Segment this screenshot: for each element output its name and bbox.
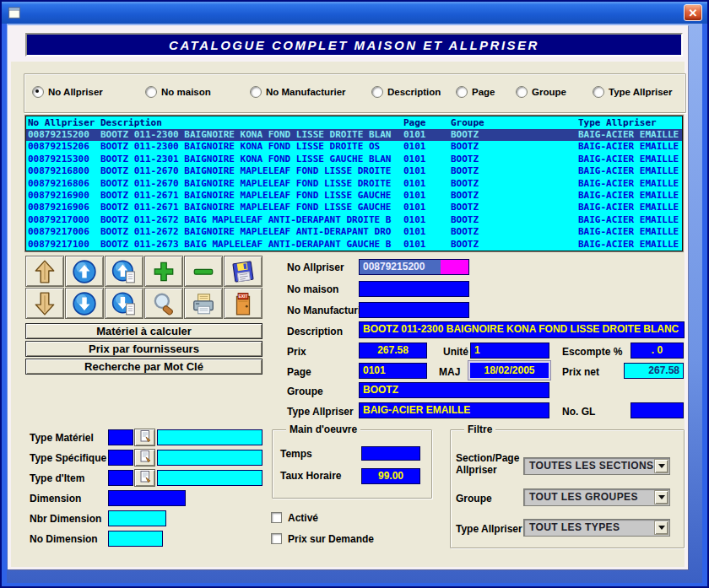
escompte-field[interactable]: . 0 [631,343,684,359]
search-option-no-allpriser[interactable]: No Allpriser [32,86,103,98]
dropdown-arrow-icon[interactable] [654,459,668,473]
record-up-icon [72,259,97,284]
save-button[interactable] [224,256,262,287]
record-down-button[interactable] [65,288,104,319]
grid-row[interactable]: 00879217006BOOTZ 011-2672 BAIGNOIRE MAPL… [26,226,682,238]
escompte-label: Escompte % [562,346,622,358]
grid-row[interactable]: 00879216806BOOTZ 011-2670 BAIGNOIRE MAPL… [26,178,682,190]
filter-groupe-label: Groupe [456,493,492,504]
record-down-page-button[interactable] [105,288,143,319]
print-button[interactable] [184,288,223,319]
delete-icon [191,259,216,284]
prix-sur-demande-checkbox[interactable] [271,533,282,544]
unite-field[interactable]: 1 [470,343,549,359]
page-field[interactable]: 0101 [359,363,427,379]
browse-icon [138,450,152,467]
no-manufacturier-field[interactable] [359,302,469,318]
search-option-type-allpriser[interactable]: Type Allpriser [593,86,672,98]
exit-button[interactable]: EXIT [224,288,262,319]
record-up-button[interactable] [65,256,104,287]
record-up-page-icon [111,259,137,284]
grid-cell: BAIG-ACIER EMAILLE [576,226,682,238]
search-option-no-manufacturier[interactable]: No Manufacturier [250,86,346,98]
grid-cell: 0101 [402,141,449,153]
taux-horaire-field[interactable]: 99.00 [361,468,420,484]
grid-row[interactable]: 00879215300BOOTZ 011-2301 BAIGNOIRE KONA… [26,154,682,165]
dropdown-arrow-icon[interactable] [654,490,668,504]
grid-cell: 00879216900 [26,190,99,202]
grid-row[interactable]: 00879215206BOOTZ 011-2300 BAIGNOIRE KONA… [26,141,682,153]
type-item-browse-button[interactable] [134,469,155,487]
record-up-page-button[interactable] [105,256,143,287]
grid-row[interactable]: 00879215200BOOTZ 011-2300 BAIGNOIRE KONA… [26,129,682,141]
dropdown-arrow-icon[interactable] [654,521,668,535]
filter-groupe-dropdown[interactable]: TOUT LES GROUPES [523,488,670,506]
results-grid[interactable]: No AllpriserDescriptionPageGroupeType Al… [25,116,683,251]
grid-cell: BOOTZ [449,154,576,165]
type-allpriser-field[interactable]: BAIG-ACIER EMAILLE [359,402,549,418]
active-label: Activé [288,512,318,524]
maj-field[interactable]: 18/02/2005 [468,361,550,380]
grid-row[interactable]: 00879217000BOOTZ 011-2672 BAIG MAPLELEAF… [26,214,682,226]
recherche-par-mot-cle-button[interactable]: Recherche par Mot Clé [25,359,262,375]
search-option-description[interactable]: Description [371,86,441,98]
no-gl-field[interactable] [631,402,684,418]
search-option-label: Groupe [532,87,566,97]
materiel-a-calculer-button[interactable]: Matériel à calculer [25,323,262,339]
search-option-page[interactable]: Page [456,86,495,98]
grid-header-cell: Groupe [449,116,576,129]
prix-net-field[interactable]: 267.58 [624,363,684,379]
grid-cell: BOOTZ [449,239,576,251]
grid-cell: BOOTZ 011-2672 BAIGNOIRE MAPLELEAF ANTI-… [99,226,402,238]
grid-header-cell: Page [402,116,449,129]
search-option-no-maison[interactable]: No maison [145,86,211,98]
filter-section-dropdown[interactable]: TOUTES LES SECTIONS [523,457,670,475]
exit-icon: EXIT [230,291,256,316]
grid-header-row: No AllpriserDescriptionPageGroupeType Al… [26,116,682,129]
type-item-code-field[interactable] [108,470,133,486]
temps-field[interactable] [361,446,420,461]
grid-cell: BOOTZ [449,129,576,141]
active-checkbox[interactable] [271,512,282,523]
grid-row[interactable]: 00879216800BOOTZ 011-2670 BAIGNOIRE MAPL… [26,165,682,177]
close-button[interactable]: ✕ [684,4,702,21]
filter-type-dropdown[interactable]: TOUT LES TYPES [523,519,670,537]
groupe-field[interactable]: BOOTZ [359,382,549,398]
grid-row[interactable]: 00879217100BOOTZ 011-2673 BAIG MAPLELEAF… [26,239,682,251]
add-icon [151,259,176,284]
prix-field[interactable]: 267.58 [359,343,427,359]
grid-cell: BAIG-ACIER EMAILLE [576,178,682,190]
grid-cell: BAIG-ACIER EMAILLE [576,141,682,153]
dimension-field[interactable] [108,490,186,506]
maj-label: MAJ [439,366,460,378]
move-up-button[interactable] [25,256,64,287]
type-specifique-name-field[interactable] [157,450,262,466]
type-materiel-browse-button[interactable] [134,429,155,446]
radio-icon [145,86,157,98]
prix-sur-demande-label: Prix sur Demande [288,533,374,545]
search-button[interactable] [144,288,183,319]
prix-label: Prix [287,346,306,358]
no-allpriser-field[interactable]: 00879215200 [359,259,469,275]
type-specifique-code-field[interactable] [108,450,133,466]
search-option-groupe[interactable]: Groupe [516,86,566,98]
no-maison-field[interactable] [359,281,469,297]
type-specifique-browse-button[interactable] [134,449,155,467]
no-dimension-field[interactable] [108,531,163,547]
nbr-dimension-field[interactable] [108,510,166,526]
move-down-button[interactable] [25,288,64,319]
grid-row[interactable]: 00879216906BOOTZ 011-2671 BAIGNOIRE MAPL… [26,202,682,213]
type-item-name-field[interactable] [157,470,262,486]
filter-section-value: TOUTES LES SECTIONS [529,460,653,472]
prix-par-fournisseurs-button[interactable]: Prix par fournisseurs [25,341,262,357]
search-option-label: No Manufacturier [266,87,346,97]
description-field[interactable]: BOOTZ 011-2300 BAIGNOIRE KONA FOND LISSE… [359,321,685,338]
taux-horaire-label: Taux Horaire [280,470,341,482]
filter-type-value: TOUT LES TYPES [529,521,620,533]
delete-button[interactable] [184,256,223,287]
add-button[interactable] [144,256,183,287]
grid-row[interactable]: 00879216900BOOTZ 011-2671 BAIGNOIRE MAPL… [26,190,682,202]
type-materiel-code-field[interactable] [108,429,133,445]
grid-cell: BAIG-ACIER EMAILLE [576,190,682,202]
type-materiel-name-field[interactable] [157,429,262,445]
